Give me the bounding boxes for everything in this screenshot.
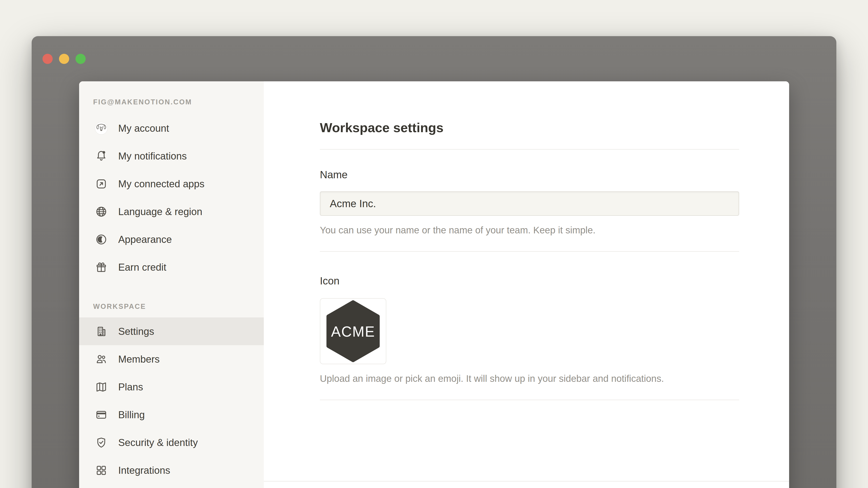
svg-text:ACME: ACME xyxy=(331,324,375,340)
sidebar-item-integrations[interactable]: Integrations xyxy=(79,456,264,484)
modal-footer: Update Cancel xyxy=(264,481,789,488)
sidebar-item-label: Integrations xyxy=(118,465,170,476)
sidebar-item-label: Billing xyxy=(118,409,145,420)
traffic-lights xyxy=(42,54,86,64)
settings-main-pane: Workspace settings Name You can use your… xyxy=(264,81,789,488)
sidebar-item-my-notifications[interactable]: My notifications xyxy=(79,142,264,170)
sidebar-item-security-identity[interactable]: Security & identity xyxy=(79,429,264,456)
workspace-icon-picker[interactable]: ACME xyxy=(320,298,386,364)
minimize-button[interactable] xyxy=(59,54,69,64)
name-field-label: Name xyxy=(320,168,739,181)
window-titlebar xyxy=(32,36,836,81)
arrow-out-box-icon xyxy=(95,177,107,190)
sidebar-item-label: My notifications xyxy=(118,151,187,162)
icon-field-label: Icon xyxy=(320,274,739,287)
sidebar-item-label: Appearance xyxy=(118,234,172,245)
icon-helper-text: Upload an image or pick an emoji. It wil… xyxy=(320,371,682,386)
page-title: Workspace settings xyxy=(320,119,739,136)
sidebar-item-appearance[interactable]: Appearance xyxy=(79,225,264,253)
settings-modal: FIG@MAKENOTION.COM xyxy=(79,81,789,488)
sidebar-item-label: My account xyxy=(118,123,169,134)
sidebar-item-label: My connected apps xyxy=(118,178,205,190)
acme-hexagon-logo: ACME xyxy=(326,300,380,362)
globe-icon xyxy=(95,205,107,218)
sidebar-item-billing[interactable]: Billing xyxy=(79,401,264,429)
app-window: FIG@MAKENOTION.COM xyxy=(32,36,836,488)
two-people-icon xyxy=(95,353,107,365)
divider xyxy=(320,251,739,252)
account-email: FIG@MAKENOTION.COM xyxy=(93,98,264,106)
sidebar-item-earn-credit[interactable]: Earn credit xyxy=(79,253,264,281)
sidebar-item-label: Security & identity xyxy=(118,437,198,448)
folded-map-icon xyxy=(95,381,107,393)
grid-squares-icon xyxy=(95,464,107,477)
moon-circle-icon xyxy=(95,233,107,246)
sidebar-item-label: Language & region xyxy=(118,206,202,217)
sidebar-item-label: Settings xyxy=(118,326,154,337)
sidebar-item-label: Members xyxy=(118,354,160,365)
close-button[interactable] xyxy=(42,54,53,64)
gift-icon xyxy=(95,261,107,273)
shield-check-icon xyxy=(95,436,107,449)
sidebar-item-settings[interactable]: Settings xyxy=(79,318,264,345)
bell-icon xyxy=(95,150,107,162)
zoom-button[interactable] xyxy=(75,54,86,64)
office-building-icon xyxy=(95,325,107,338)
sidebar-item-my-account[interactable]: My account xyxy=(79,114,264,142)
sidebar-item-label: Earn credit xyxy=(118,262,166,273)
workspace-section-header: WORKSPACE xyxy=(93,302,264,311)
sidebar-item-my-connected-apps[interactable]: My connected apps xyxy=(79,170,264,198)
credit-card-icon xyxy=(95,409,107,421)
settings-sidebar: FIG@MAKENOTION.COM xyxy=(79,81,264,488)
workspace-name-input[interactable] xyxy=(320,191,739,216)
sidebar-item-language-region[interactable]: Language & region xyxy=(79,198,264,225)
sidebar-item-label: Plans xyxy=(118,381,143,393)
dog-avatar xyxy=(95,122,107,135)
divider xyxy=(320,149,739,150)
divider xyxy=(320,400,739,400)
sidebar-item-members[interactable]: Members xyxy=(79,345,264,373)
name-helper-text: You can use your name or the name of you… xyxy=(320,223,739,237)
settings-content: Workspace settings Name You can use your… xyxy=(264,81,789,481)
sidebar-item-plans[interactable]: Plans xyxy=(79,373,264,401)
